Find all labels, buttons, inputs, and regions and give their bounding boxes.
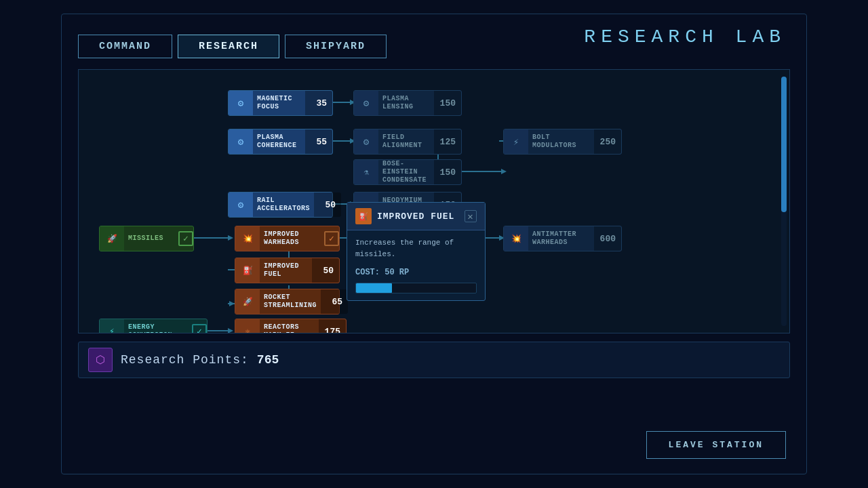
tooltip-description: Increases the range of missiles. bbox=[355, 237, 477, 260]
tooltip-body: Increases the range of missiles. COST: 5… bbox=[347, 230, 485, 300]
rail-accelerators-cost: 50 bbox=[314, 192, 341, 217]
bose-einstein-cost: 150 bbox=[434, 160, 461, 184]
rocket-streamlining-icon: 🚀 bbox=[235, 289, 260, 314]
energy-conversion-label: ENERGY CONVERSION bbox=[124, 322, 188, 333]
energy-conversion-icon: ⚡ bbox=[100, 319, 124, 333]
svg-marker-6 bbox=[501, 169, 507, 174]
node-rocket-streamlining[interactable]: 🚀 ROCKET STREAMLINING 65 bbox=[235, 289, 340, 314]
rocket-streamlining-cost: 65 bbox=[321, 289, 348, 314]
tooltip-header: ⛽ IMPROVED FUEL ✕ bbox=[347, 203, 485, 230]
tooltip-close-button[interactable]: ✕ bbox=[465, 210, 477, 222]
tooltip-cost: COST: 50 RP bbox=[355, 268, 477, 277]
field-alignment-label: FIELD ALIGNMENT bbox=[378, 132, 434, 151]
node-improved-warheads[interactable]: 💥 IMPROVED WARHEADS ✓ bbox=[235, 226, 340, 251]
missiles-icon: 🚀 bbox=[100, 226, 124, 251]
bolt-modulators-cost: 250 bbox=[594, 129, 621, 154]
reactors-mark-ii-cost: 175 bbox=[319, 319, 346, 333]
node-bolt-modulators[interactable]: ⚡ BOLT MODULATORS 250 bbox=[503, 129, 622, 155]
bose-einstein-label: BOSE-EINSTEIN CONDENSATE bbox=[378, 159, 434, 186]
energy-conversion-check: ✓ bbox=[192, 324, 207, 333]
page-title: RESEARCH LAB bbox=[584, 26, 786, 47]
improved-warheads-icon: 💥 bbox=[235, 226, 260, 251]
node-bose-einstein[interactable]: ⚗ BOSE-EINSTEIN CONDENSATE 150 bbox=[353, 159, 462, 185]
improved-warheads-check: ✓ bbox=[324, 231, 339, 246]
improved-fuel-cost: 50 bbox=[312, 258, 339, 283]
research-tree: ⚙ MAGNETIC FOCUS 35 ⚙ PLASMA LENSING 150… bbox=[79, 70, 789, 333]
bolt-modulators-label: BOLT MODULATORS bbox=[528, 132, 594, 151]
research-points-bar: ⬡ Research Points: 765 bbox=[78, 342, 790, 378]
tooltip-improved-fuel: ⛽ IMPROVED FUEL ✕ Increases the range of… bbox=[347, 202, 486, 301]
svg-marker-25 bbox=[228, 328, 233, 333]
bolt-modulators-icon: ⚡ bbox=[504, 129, 528, 154]
improved-fuel-label: IMPROVED FUEL bbox=[260, 261, 312, 280]
plasma-coherence-icon: ⚙ bbox=[229, 129, 253, 154]
plasma-coherence-label: PLASMA COHERENCE bbox=[253, 132, 305, 151]
field-alignment-icon: ⚙ bbox=[354, 129, 378, 154]
magnetic-focus-label: MAGNETIC FOCUS bbox=[253, 94, 305, 113]
node-missiles[interactable]: 🚀 MISSILES ✓ bbox=[99, 226, 194, 251]
field-alignment-cost: 125 bbox=[434, 129, 461, 154]
reactors-mark-ii-label: REACTORS MARK II bbox=[260, 322, 319, 333]
tooltip-title: IMPROVED FUEL bbox=[377, 211, 454, 222]
svg-marker-23 bbox=[229, 301, 235, 306]
node-magnetic-focus[interactable]: ⚙ MAGNETIC FOCUS 35 bbox=[228, 90, 333, 116]
plasma-lensing-label: PLASMA LENSING bbox=[378, 94, 434, 113]
node-field-alignment[interactable]: ⚙ FIELD ALIGNMENT 125 bbox=[353, 129, 462, 155]
antimatter-warheads-label: ANTIMATTER WARHEADS bbox=[528, 229, 594, 248]
node-antimatter-warheads[interactable]: 💥 ANTIMATTER WARHEADS 600 bbox=[503, 226, 622, 251]
missiles-label: MISSILES bbox=[124, 233, 174, 244]
plasma-lensing-cost: 150 bbox=[434, 91, 461, 115]
tooltip-progress-bar bbox=[355, 283, 477, 293]
node-energy-conversion[interactable]: ⚡ ENERGY CONVERSION ✓ bbox=[99, 319, 208, 333]
tab-research[interactable]: RESEARCH bbox=[178, 35, 279, 58]
rp-label: Research Points: bbox=[121, 353, 249, 367]
rail-accelerators-icon: ⚙ bbox=[229, 192, 253, 217]
rocket-streamlining-label: ROCKET STREAMLINING bbox=[260, 292, 321, 311]
scrollbar-track[interactable] bbox=[781, 77, 787, 326]
node-rail-accelerators[interactable]: ⚙ RAIL ACCELERATORS 50 bbox=[228, 192, 333, 218]
tab-command[interactable]: COMMAND bbox=[78, 35, 172, 58]
scrollbar-thumb[interactable] bbox=[781, 77, 787, 212]
node-plasma-coherence[interactable]: ⚙ PLASMA COHERENCE 55 bbox=[228, 129, 333, 155]
node-plasma-lensing[interactable]: ⚙ PLASMA LENSING 150 bbox=[353, 90, 462, 116]
main-container: RESEARCH LAB COMMAND RESEARCH SHIPYARD bbox=[61, 14, 807, 474]
node-reactors-mark-ii[interactable]: ⚛ REACTORS MARK II 175 bbox=[235, 319, 347, 333]
rp-value: 765 bbox=[257, 353, 279, 367]
research-content: ⚙ MAGNETIC FOCUS 35 ⚙ PLASMA LENSING 150… bbox=[78, 69, 790, 333]
improved-fuel-icon: ⛽ bbox=[235, 258, 260, 283]
antimatter-warheads-cost: 600 bbox=[594, 226, 621, 251]
leave-station-button[interactable]: LEAVE STATION bbox=[646, 431, 786, 459]
svg-marker-12 bbox=[228, 235, 233, 241]
reactors-mark-ii-icon: ⚛ bbox=[235, 319, 260, 333]
node-improved-fuel[interactable]: ⛽ IMPROVED FUEL 50 bbox=[235, 258, 340, 283]
magnetic-focus-icon: ⚙ bbox=[229, 91, 253, 115]
rail-accelerators-label: RAIL ACCELERATORS bbox=[253, 195, 314, 214]
tooltip-progress-fill bbox=[356, 283, 392, 293]
tooltip-icon: ⛽ bbox=[355, 208, 372, 224]
plasma-coherence-cost: 55 bbox=[305, 129, 332, 154]
antimatter-warheads-icon: 💥 bbox=[504, 226, 528, 251]
bose-einstein-icon: ⚗ bbox=[354, 160, 378, 184]
rp-icon: ⬡ bbox=[88, 348, 113, 372]
plasma-lensing-icon: ⚙ bbox=[354, 91, 378, 115]
missiles-check: ✓ bbox=[178, 231, 193, 246]
tab-shipyard[interactable]: SHIPYARD bbox=[285, 35, 387, 58]
magnetic-focus-cost: 35 bbox=[305, 91, 332, 115]
improved-warheads-label: IMPROVED WARHEADS bbox=[260, 229, 320, 248]
